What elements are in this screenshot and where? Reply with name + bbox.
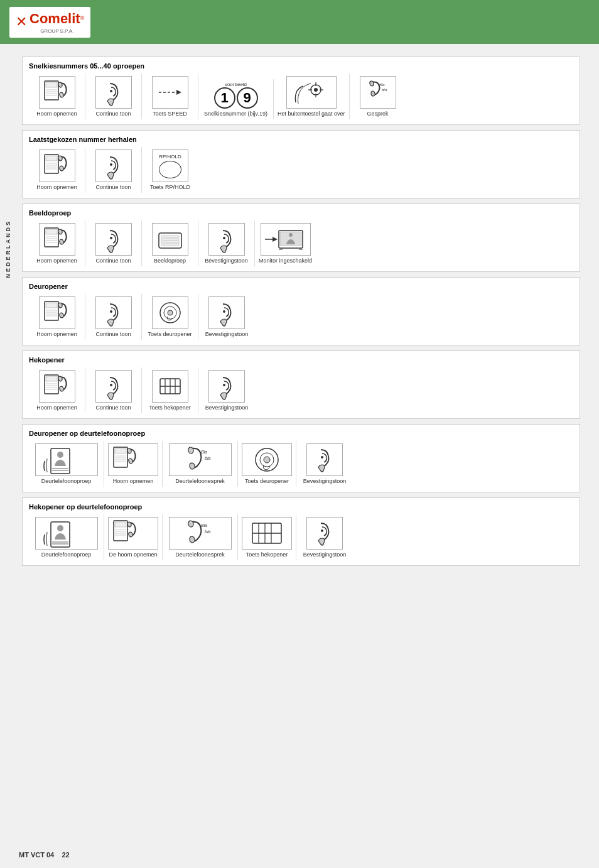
section-title-deuropener: Deuropener: [29, 283, 573, 290]
step-label-door-opener: Toets deuropener: [148, 331, 192, 337]
step-bevestiging-5: Bevestigingstoon: [198, 367, 255, 413]
logo-text-group: Comelit® GROUP S.P.A.: [30, 11, 84, 34]
step-continue-2: Continue toon: [85, 147, 142, 193]
step-label-door-opener-6: Toets deuropener: [245, 478, 289, 484]
svg-point-99: [321, 456, 323, 458]
svg-point-8: [110, 90, 112, 92]
step-beeldoproep-btn: Beeldoproep: [142, 220, 198, 266]
svg-point-93: [188, 462, 195, 470]
svg-point-7: [58, 92, 63, 98]
step-hoorn-4: Hoorn opnemen: [29, 294, 85, 340]
step-number: voorbeeld 1 9 Snelkiesnummer (bijv.19): [198, 79, 274, 119]
step-label-hoorn-1: Hoorn opnemen: [36, 111, 77, 117]
continue-tone-icon-1: [95, 76, 132, 109]
svg-point-63: [168, 310, 173, 315]
rp-hold-button-circle: [159, 161, 181, 178]
step-hoorn-7: De hoorn opnemen: [104, 514, 163, 560]
continue-tone-icon-2: [95, 149, 132, 182]
step-bevestiging-6: Bevestigingstoon: [296, 441, 353, 487]
svg-point-64: [223, 310, 225, 313]
svg-point-29: [110, 163, 112, 166]
step-continue-4: Continue toon: [85, 294, 142, 340]
step-label-hoorn-3: Hoorn opnemen: [36, 258, 77, 264]
phone-pickup-icon: [42, 79, 72, 106]
step-gesprek: Bla bla Gesprek: [350, 73, 406, 119]
steps-beeldoproep: Hoorn opnemen Continue toon: [29, 220, 573, 266]
rp-hold-label-top: RP/HOLD: [159, 154, 181, 160]
bevestiging-icon-3: [208, 223, 245, 256]
svg-point-91: [128, 458, 133, 464]
continue-tone-icon-3: [95, 223, 132, 256]
step-label-gesprek: Gesprek: [367, 111, 389, 117]
step-label-bevestiging-6: Bevestigingstoon: [303, 478, 347, 484]
section-laastgekozen: Laatstgekozen nummer herhalen: [22, 130, 580, 198]
section-title-deuropener-deurtel: Deuropener op deurtelefoonoproep: [29, 430, 573, 437]
steps-hekopener-deurtel: Deurtelefoonoproep: [29, 514, 573, 560]
step-label-number: Snelkiesnummer (bijv.19): [204, 111, 267, 117]
phone-icon-3: [39, 223, 75, 256]
header: ✕ Comelit® GROUP S.P.A.: [0, 0, 599, 44]
step-speed: Toets SPEED: [142, 73, 198, 119]
svg-text:bla: bla: [205, 529, 210, 534]
step-label-deurtel-1: Deurtelefoonoproep: [41, 478, 92, 484]
brand-name: Comelit: [30, 11, 80, 26]
step-label-hoorn-7: De hoorn opnemen: [109, 551, 157, 558]
svg-point-12: [314, 88, 318, 92]
step-hoorn-1: Hoorn opnemen: [29, 73, 85, 119]
step-label-hoorn-4: Hoorn opnemen: [36, 331, 77, 337]
svg-rect-1: [46, 82, 57, 87]
step-continue-3: Continue toon: [85, 220, 142, 266]
steps-snelkies: Hoorn opnemen Continue toon: [29, 73, 573, 119]
number-display: 1 9: [214, 87, 258, 109]
arrow-dashed-svg: [155, 79, 185, 106]
step-bevestiging-7: Bevestigingstoon: [296, 514, 353, 560]
step-label-continue-3: Continue toon: [95, 258, 131, 264]
section-snelkies: Snelkiesnummers 05...40 oproepen: [22, 57, 580, 125]
section-title-hekopener-deurtel: Hekopener op deurtelefoonoproep: [29, 503, 573, 511]
svg-point-28: [58, 165, 63, 171]
step-label-deurtel-7a: Deurtelefoonoproep: [41, 551, 92, 558]
section-beeldoproep: Beeldoproep: [22, 203, 580, 272]
svg-marker-46: [273, 237, 278, 242]
step-hoorn-deurtel: Hoorn opnemen: [104, 441, 163, 487]
step-label-beeldoproep: Beeldoproep: [154, 258, 186, 264]
svg-rect-66: [46, 376, 57, 381]
step-gesprek-deurtel: Bla bla Deurtelefoonesprek: [163, 441, 238, 487]
step-label-continue-4: Continue toon: [95, 331, 131, 337]
svg-marker-10: [176, 90, 181, 95]
svg-text:Bla: Bla: [201, 523, 207, 528]
step-continue-1: Continue toon: [85, 73, 142, 119]
continue-tone-svg: [99, 79, 129, 106]
logo-icon: ✕: [16, 14, 27, 30]
phone-icon-1: [39, 76, 75, 109]
step-label-bevestiging-4: Bevestigingstoon: [205, 331, 249, 337]
section-deuropener-deurtel: Deuropener op deurtelefoonoproep: [22, 424, 580, 492]
step-door-opener-btn: Toets deuropener: [142, 294, 198, 340]
phone-icon-2: [39, 149, 75, 182]
svg-point-121: [321, 529, 323, 532]
step-label-gesprek-7: Deurtelefoonesprek: [175, 551, 225, 558]
conversation-svg: Bla bla: [363, 79, 393, 106]
steps-deuropener-deurtel: Deurtelefoonoproep: [29, 441, 573, 487]
step-label-gate-opener: Toets hekopener: [149, 404, 191, 411]
step-label-continue-5: Continue toon: [95, 404, 131, 411]
conversation-icon: Bla bla: [360, 76, 396, 109]
step-label-bevestiging-3: Bevestigingstoon: [205, 258, 248, 264]
svg-text:Bla: Bla: [201, 450, 207, 454]
step-label-outside: Het buitentoestel gaat over: [278, 111, 345, 117]
step-monitor: Monitor ingeschakeld: [255, 220, 316, 266]
section-title-beeldoproep: Beeldoproep: [29, 209, 573, 217]
svg-rect-53: [46, 303, 57, 308]
svg-point-44: [223, 237, 225, 239]
step-gate-opener-btn: Toets hekopener: [142, 367, 198, 413]
svg-text:bla: bla: [205, 456, 210, 460]
num-9: 9: [237, 87, 258, 109]
svg-point-60: [110, 310, 112, 313]
step-rp-hold: RP/HOLD Toets RP/HOLD: [142, 147, 198, 193]
svg-point-49: [289, 233, 293, 237]
monitor-icon: [261, 223, 311, 256]
step-door-opener-6: Toets deuropener: [238, 441, 296, 487]
footer: MT VCT 04 22: [0, 842, 599, 868]
footer-model: MT VCT 04: [19, 851, 54, 859]
svg-point-59: [58, 312, 63, 318]
